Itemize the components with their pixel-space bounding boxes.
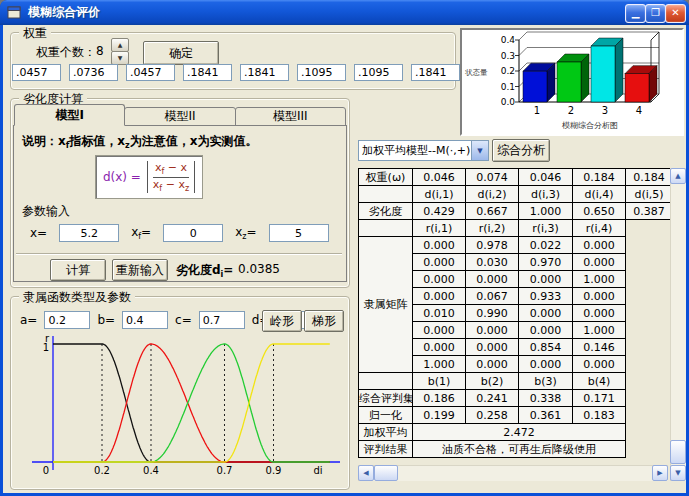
tab-模型I[interactable]: 模型I: [14, 104, 125, 126]
table-cell: b(4): [573, 373, 626, 390]
table-cell: 0.199: [413, 407, 466, 424]
table-cell: 0.000: [573, 254, 626, 271]
table-cell: 0.667: [466, 203, 519, 220]
table-cell: 0.000: [519, 305, 573, 322]
table-cell: 0.000: [413, 322, 466, 339]
table-cell: 0.854: [519, 339, 573, 356]
weight-count-spinner-up[interactable]: ▲: [111, 38, 129, 52]
table-cell: b(3): [519, 373, 573, 390]
minimize-button[interactable]: ▁: [625, 4, 646, 23]
table-cell: 0.429: [413, 203, 466, 220]
model-select[interactable]: 加权平均模型--M(·,+) ▼: [358, 140, 489, 161]
app-window: 模糊综合评价 ▁ ❐ ✕ 权重 权重个数： 8 ▲ ▼ 确定 劣化度计算 模型I…: [0, 0, 689, 496]
weight-input[interactable]: [354, 64, 403, 81]
table-row: 综合评判集0.1860.2410.3380.171: [359, 390, 673, 407]
table-cell: 0.046: [413, 169, 466, 186]
table-cell: 0.000: [413, 288, 466, 305]
table-row: d(i,1)d(i,2)d(i,3)d(i,4)d(i,5): [359, 186, 673, 203]
svg-text:3: 3: [602, 105, 608, 116]
empty-cell: [626, 390, 673, 407]
svg-text:2: 2: [568, 105, 574, 116]
window-title: 模糊综合评价: [28, 4, 100, 21]
table-cell: 1.000: [519, 203, 573, 220]
svg-text:0.3: 0.3: [501, 51, 515, 61]
maximize-button[interactable]: ❐: [645, 4, 666, 23]
membership-curve-4: [53, 344, 330, 462]
table-cell: 0.000: [413, 339, 466, 356]
close-button[interactable]: ✕: [665, 4, 686, 23]
weight-input[interactable]: [12, 64, 61, 81]
empty-cell: [626, 356, 673, 373]
model-tabs: 模型I模型II模型III: [14, 106, 345, 126]
tab-模型II[interactable]: 模型II: [124, 107, 235, 126]
ridge-shape-button[interactable]: 岭形: [262, 310, 302, 332]
bar-front-4: [625, 74, 649, 102]
weight-count-spinner-down[interactable]: ▼: [111, 51, 129, 65]
table-cell: b(2): [466, 373, 519, 390]
weights-row: [12, 64, 460, 81]
scroll-up-icon[interactable]: ▲: [670, 168, 686, 184]
table-cell: d(i,2): [466, 186, 519, 203]
table-cell: 0.000: [466, 339, 519, 356]
row-label-cell: [359, 220, 413, 237]
scroll-right-icon[interactable]: ▶: [652, 465, 668, 481]
h-scroll-thumb[interactable]: [374, 465, 398, 481]
weight-group: 权重: [10, 32, 456, 90]
v-scroll-thumb[interactable]: [670, 440, 686, 464]
mem-param-label: b=: [97, 313, 115, 327]
weight-input[interactable]: [126, 64, 175, 81]
tab-模型III[interactable]: 模型III: [235, 107, 346, 126]
model-select-value: 加权平均模型--M(·,+): [359, 143, 471, 158]
row-label-cell: 隶属矩阵: [359, 237, 413, 373]
weight-input[interactable]: [411, 64, 460, 81]
table-row: 评判结果油质不合格，可再生后降级使用: [359, 441, 673, 458]
empty-cell: [626, 220, 673, 237]
table-cell: r(i,3): [519, 220, 573, 237]
table-cell: 0.000: [466, 271, 519, 288]
table-cell: 0.000: [413, 271, 466, 288]
weight-input[interactable]: [240, 64, 289, 81]
membership-curve-2: [53, 344, 330, 462]
mem-param-label: a=: [20, 313, 37, 327]
bar-side-3: [615, 38, 623, 102]
table-cell: d(i,5): [626, 186, 673, 203]
empty-cell: [626, 254, 673, 271]
row-label-cell: 评判结果: [359, 441, 413, 458]
table-row: 加权平均2.472: [359, 424, 673, 441]
table-cell: 0.000: [519, 271, 573, 288]
row-label-cell: 劣化度: [359, 203, 413, 220]
mem-param-input[interactable]: [199, 311, 245, 329]
empty-cell: [626, 288, 673, 305]
svg-text:0.4: 0.4: [143, 465, 159, 476]
scroll-down-icon[interactable]: ▼: [670, 465, 686, 481]
empty-cell: [626, 305, 673, 322]
empty-cell: [626, 373, 673, 390]
scroll-left-icon[interactable]: ◀: [358, 465, 374, 481]
table-cell: 0.000: [413, 237, 466, 254]
svg-text:0.0: 0.0: [501, 97, 516, 107]
confirm-button[interactable]: 确定: [143, 41, 219, 65]
table-cell: 0.978: [466, 237, 519, 254]
table-cell: 0.241: [466, 390, 519, 407]
svg-text:0.9: 0.9: [266, 465, 282, 476]
weight-input[interactable]: [297, 64, 346, 81]
table-cell: 1.000: [413, 356, 466, 373]
table-cell: 0.010: [413, 305, 466, 322]
h-scrollbar[interactable]: ◀ ▶: [358, 465, 668, 481]
empty-cell: [626, 407, 673, 424]
trapezoid-shape-button[interactable]: 梯形: [304, 310, 344, 332]
weight-input[interactable]: [183, 64, 232, 81]
table-cell: 0.000: [573, 305, 626, 322]
weight-input[interactable]: [69, 64, 118, 81]
row-label-cell: [359, 373, 413, 390]
table-cell: 0.184: [573, 169, 626, 186]
mem-param-input[interactable]: [44, 311, 90, 329]
svg-text:1: 1: [43, 342, 49, 353]
mem-param-input[interactable]: [122, 311, 168, 329]
table-cell: 0.184: [626, 169, 673, 186]
bar-chart-3d: 0.00.10.20.30.41234状态量模糊综合分析图: [462, 30, 682, 134]
chevron-down-icon[interactable]: ▼: [471, 141, 488, 160]
table-row: 劣化度0.4290.6671.0000.6500.387: [359, 203, 673, 220]
v-scrollbar[interactable]: ▲ ▼: [670, 168, 686, 481]
analyze-button[interactable]: 综合分析: [492, 139, 550, 162]
